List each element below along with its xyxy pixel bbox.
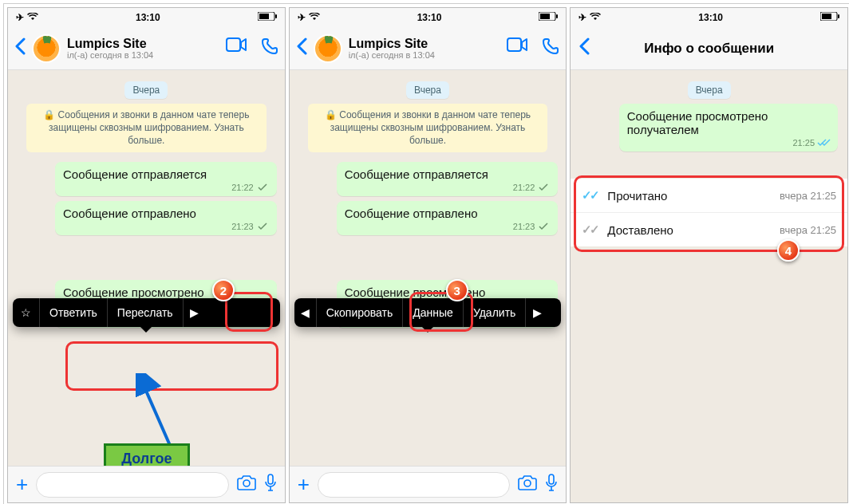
battery-icon bbox=[820, 12, 839, 23]
svg-point-11 bbox=[524, 480, 531, 486]
chat-subtitle: іл(-а) сегодня в 13:04 bbox=[67, 50, 219, 60]
airplane-icon: ✈ bbox=[298, 12, 306, 23]
delivered-time: вчера 21:25 bbox=[780, 224, 836, 236]
svg-rect-8 bbox=[540, 14, 550, 19]
input-footer: + bbox=[8, 466, 285, 502]
info-header: Инфо о сообщении bbox=[571, 27, 847, 70]
message-bubble[interactable]: Сообщение отправлено 21:23 bbox=[55, 201, 277, 235]
wifi-icon bbox=[27, 12, 38, 23]
back-button[interactable] bbox=[579, 37, 590, 60]
message-bubble: Сообщение просмотрено получателем 21:25 bbox=[619, 104, 838, 152]
wifi-icon bbox=[590, 12, 601, 23]
chat-header: Lumpics Site іл(-а) сегодня в 13:04 bbox=[290, 27, 567, 70]
step-badge-2: 2 bbox=[212, 279, 235, 301]
video-call-icon[interactable] bbox=[507, 37, 527, 59]
tutorial-canvas: ✈ 13:10 Lumpics Site іл(-а) сегодня в 13… bbox=[3, 3, 849, 504]
info-title: Инфо о сообщении bbox=[580, 41, 838, 57]
status-bar: ✈ 13:10 bbox=[8, 8, 285, 27]
encryption-notice[interactable]: 🔒 Сообщения и звонки в данном чате тепер… bbox=[308, 104, 548, 152]
read-label: Прочитано bbox=[607, 189, 772, 203]
voice-call-icon[interactable] bbox=[542, 37, 559, 59]
svg-rect-10 bbox=[507, 38, 521, 51]
info-button[interactable]: Данные bbox=[403, 298, 464, 327]
status-bar: ✈ 13:10 bbox=[290, 8, 567, 27]
star-button[interactable]: ☆ bbox=[13, 298, 40, 327]
chat-title-block[interactable]: Lumpics Site іл(-а) сегодня в 13:04 bbox=[67, 37, 219, 61]
single-tick-icon bbox=[537, 222, 550, 230]
delivered-tick-icon: ✓✓ bbox=[582, 222, 599, 237]
context-menu: ◀ Скопировать Данные Удалить ▶ bbox=[294, 298, 562, 327]
svg-rect-14 bbox=[822, 14, 831, 19]
message-text: Сообщение отправляется bbox=[345, 167, 551, 181]
svg-rect-1 bbox=[259, 14, 269, 19]
message-input[interactable] bbox=[318, 472, 510, 498]
camera-icon[interactable] bbox=[237, 474, 256, 494]
svg-rect-6 bbox=[268, 474, 273, 484]
chat-title-block[interactable]: Lumpics Site іл(-а) сегодня в 13:04 bbox=[349, 37, 501, 61]
date-chip: Вчера bbox=[406, 81, 449, 99]
hint-long-press: Долгое нажатие bbox=[104, 443, 190, 466]
info-body: Вчера Сообщение просмотрено получателем … bbox=[571, 70, 847, 502]
more-arrow-button[interactable]: ▶ bbox=[526, 298, 548, 327]
delivered-label: Доставлено bbox=[607, 223, 772, 237]
attach-button[interactable]: + bbox=[16, 472, 28, 497]
avatar[interactable] bbox=[32, 34, 61, 63]
back-arrow-button[interactable]: ◀ bbox=[294, 298, 317, 327]
back-button[interactable] bbox=[296, 37, 307, 60]
info-list: ✓✓ Прочитано вчера 21:25 ✓✓ Доставлено в… bbox=[571, 179, 847, 246]
more-arrow-button[interactable]: ▶ bbox=[184, 298, 206, 327]
avatar[interactable] bbox=[314, 34, 342, 63]
delete-button[interactable]: Удалить bbox=[464, 298, 526, 327]
camera-icon[interactable] bbox=[518, 474, 537, 494]
airplane-icon: ✈ bbox=[16, 12, 24, 23]
clock: 13:10 bbox=[136, 12, 160, 23]
mic-icon[interactable] bbox=[545, 474, 558, 495]
svg-rect-15 bbox=[838, 14, 839, 18]
back-button[interactable] bbox=[14, 37, 26, 60]
read-tick-icon bbox=[817, 138, 830, 146]
wifi-icon bbox=[309, 12, 320, 23]
svg-rect-2 bbox=[275, 14, 277, 18]
chat-area: Вчера 🔒 Сообщения и звонки в данном чате… bbox=[290, 70, 567, 466]
forward-button[interactable]: Переслать bbox=[108, 298, 184, 327]
message-bubble[interactable]: Сообщение отправлено 21:23 bbox=[337, 201, 559, 235]
phone-screen-1: ✈ 13:10 Lumpics Site іл(-а) сегодня в 13… bbox=[7, 7, 286, 503]
message-bubble[interactable]: Сообщение отправляется 21:22 bbox=[55, 162, 277, 196]
copy-button[interactable]: Скопировать bbox=[317, 298, 404, 327]
message-text: Сообщение отправлено bbox=[345, 207, 551, 220]
video-call-icon[interactable] bbox=[226, 37, 247, 59]
message-text: Сообщение отправлено bbox=[63, 207, 269, 220]
arrow-icon bbox=[136, 373, 184, 453]
date-chip: Вчера bbox=[124, 81, 168, 99]
message-text: Сообщение отправляется bbox=[63, 167, 269, 181]
info-row-read: ✓✓ Прочитано вчера 21:25 bbox=[571, 179, 847, 213]
info-row-delivered: ✓✓ Доставлено вчера 21:25 bbox=[571, 213, 847, 246]
battery-icon bbox=[539, 12, 558, 23]
date-chip: Вчера bbox=[688, 81, 731, 99]
battery-icon bbox=[258, 12, 277, 23]
reply-button[interactable]: Ответить bbox=[40, 298, 108, 327]
chat-header: Lumpics Site іл(-а) сегодня в 13:04 bbox=[8, 27, 285, 70]
attach-button[interactable]: + bbox=[298, 472, 310, 497]
encryption-notice[interactable]: 🔒 Сообщения и звонки в данном чате тепер… bbox=[26, 104, 267, 152]
mic-icon[interactable] bbox=[264, 474, 277, 495]
voice-call-icon[interactable] bbox=[261, 37, 278, 59]
svg-line-4 bbox=[140, 378, 172, 449]
chat-subtitle: іл(-а) сегодня в 13:04 bbox=[349, 50, 501, 60]
message-time: 21:22 bbox=[231, 183, 254, 192]
chat-area: Вчера 🔒 Сообщения и звонки в данном чате… bbox=[8, 70, 285, 466]
phone-screen-3: ✈ 13:10 Инфо о сообщении Вчера Сообщение… bbox=[570, 7, 848, 503]
svg-point-5 bbox=[243, 480, 250, 486]
phone-screen-2: ✈ 13:10 Lumpics Site іл(-а) сегодня в 13… bbox=[289, 7, 567, 503]
input-footer: + bbox=[290, 466, 567, 502]
svg-rect-3 bbox=[227, 38, 240, 51]
message-input[interactable] bbox=[36, 472, 228, 498]
step-badge-4: 4 bbox=[777, 239, 800, 262]
message-bubble[interactable]: Сообщение отправляется 21:22 bbox=[337, 162, 559, 196]
message-text: Сообщение просмотрено получателем bbox=[627, 109, 830, 136]
read-time: вчера 21:25 bbox=[780, 190, 836, 202]
clock: 13:10 bbox=[698, 12, 723, 23]
single-tick-icon bbox=[537, 183, 550, 191]
status-bar: ✈ 13:10 bbox=[571, 8, 847, 27]
chat-title: Lumpics Site bbox=[67, 37, 219, 51]
